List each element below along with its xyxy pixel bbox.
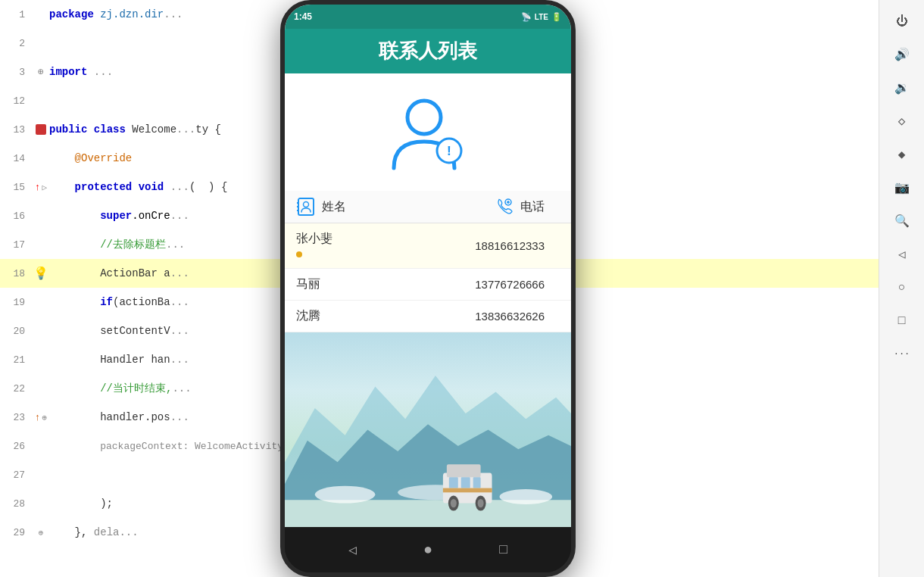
app-title: 联系人列表 <box>379 39 477 62</box>
power-icon[interactable]: ⏻ <box>888 8 916 35</box>
highlight-dot-1 <box>296 251 302 257</box>
avatar-area: ! <box>285 73 571 191</box>
contact-row-2[interactable]: 马丽 13776726666 <box>285 269 571 301</box>
zoom-icon[interactable]: 🔍 <box>888 207 916 235</box>
svg-point-11 <box>315 486 376 504</box>
svg-rect-18 <box>473 477 481 488</box>
svg-point-20 <box>451 499 457 507</box>
line-content-1: package zj.dzn.dir... <box>49 8 183 20</box>
camera-icon[interactable]: 📷 <box>888 174 916 201</box>
contact-phone-1: 18816612333 <box>420 239 560 252</box>
svg-text:!: ! <box>445 144 454 159</box>
status-time: 1:45 <box>294 11 312 22</box>
svg-rect-15 <box>447 464 481 477</box>
home-icon[interactable]: ○ <box>888 274 916 301</box>
volume-down-icon[interactable]: 🔉 <box>888 74 916 101</box>
col-phone-header: 电话 <box>420 197 560 217</box>
svg-point-22 <box>478 499 484 507</box>
nav-home-button[interactable]: ● <box>423 541 432 559</box>
tag-icon[interactable]: ◇ <box>888 108 916 135</box>
col-name-header: 姓名 <box>296 197 420 217</box>
table-header: 姓名 电话 <box>285 191 571 223</box>
svg-point-0 <box>407 101 441 134</box>
volume-up-icon[interactable]: 🔊 <box>888 41 916 68</box>
svg-rect-16 <box>449 477 458 488</box>
nav-recents-button[interactable]: □ <box>499 542 507 557</box>
phone-mockup: 1:45 📡 LTE 🔋 联系人列表 ! <box>280 0 576 577</box>
battery-icon: 🔋 <box>551 12 562 22</box>
contacts-icon <box>296 197 316 217</box>
lte-label: LTE <box>535 13 548 21</box>
contact-name-2: 马丽 <box>296 276 420 292</box>
back-icon[interactable]: ◁ <box>888 241 916 268</box>
status-icons: 📡 LTE 🔋 <box>521 12 562 22</box>
emulator-sidebar: ⏻ 🔊 🔉 ◇ ◆ 📷 🔍 ◁ ○ □ ··· <box>879 0 924 577</box>
svg-rect-23 <box>443 488 492 493</box>
phone-col-icon <box>495 197 514 217</box>
app-header: 联系人列表 <box>285 29 571 73</box>
svg-point-13 <box>500 489 553 504</box>
status-bar: 1:45 📡 LTE 🔋 <box>285 5 571 29</box>
contact-row-1[interactable]: 张小斐 18816612333 <box>285 223 571 269</box>
more-icon[interactable]: ··· <box>888 341 916 368</box>
eraser-icon[interactable]: ◆ <box>888 141 916 168</box>
avatar-icon: ! <box>382 89 473 179</box>
nav-back-button[interactable]: ◁ <box>348 541 357 558</box>
svg-point-4 <box>304 202 309 207</box>
scenic-svg <box>285 332 571 527</box>
line-num-1: 1 <box>6 9 33 20</box>
col-phone-label: 电话 <box>520 199 545 215</box>
contact-row-3[interactable]: 沈腾 13836632626 <box>285 301 571 332</box>
wifi-icon: 📡 <box>521 12 532 22</box>
contact-phone-3: 13836632626 <box>420 310 560 323</box>
phone-screen: 1:45 📡 LTE 🔋 联系人列表 ! <box>285 5 571 527</box>
phone-nav-bar: ◁ ● □ <box>285 527 571 572</box>
contact-name-3: 沈腾 <box>296 308 420 324</box>
svg-rect-17 <box>461 477 470 488</box>
scenic-background <box>285 332 571 527</box>
col-name-label: 姓名 <box>322 199 346 215</box>
contact-name-1: 张小斐 <box>296 231 420 260</box>
contact-phone-2: 13776726666 <box>420 278 560 291</box>
recents-icon[interactable]: □ <box>888 307 916 335</box>
